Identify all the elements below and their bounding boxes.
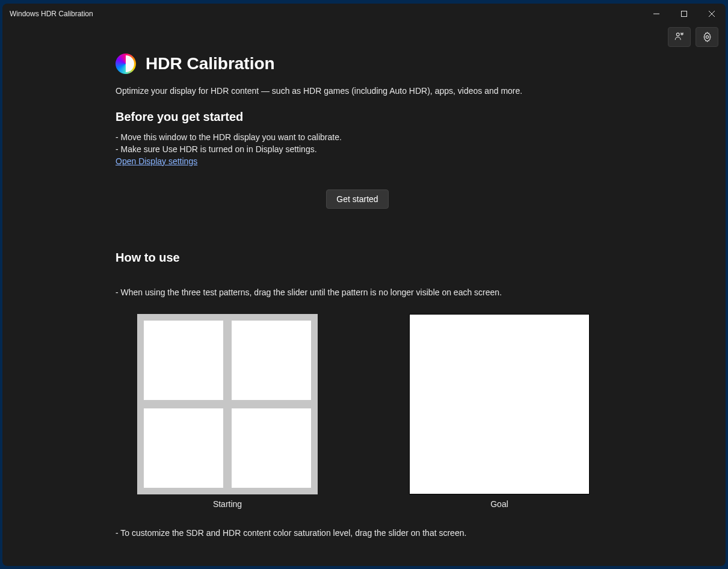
close-button[interactable] — [698, 4, 726, 23]
page-title: HDR Calibration — [146, 54, 275, 73]
cta-row: Get started — [2, 189, 712, 209]
open-display-settings-link[interactable]: Open Display settings — [116, 156, 197, 166]
minimize-button[interactable] — [643, 4, 670, 23]
get-started-button[interactable]: Get started — [326, 189, 388, 209]
app-window: Windows HDR Calibration — [2, 4, 726, 566]
spacer — [116, 539, 720, 566]
toolbar — [2, 23, 726, 50]
maximize-icon — [681, 11, 687, 17]
goal-pattern-image — [409, 314, 590, 494]
howto-instruction-2: - To customize the SDR and HDR content c… — [116, 527, 720, 539]
svg-rect-1 — [682, 11, 687, 16]
figures-row: Starting Goal — [137, 314, 720, 509]
feedback-button[interactable] — [668, 27, 691, 47]
figure-caption-goal: Goal — [490, 499, 508, 509]
before-item-1: - Make sure Use HDR is turned on in Disp… — [116, 143, 720, 155]
hdr-calibration-icon — [116, 54, 136, 74]
howto-instruction-1: - When using the three test patterns, dr… — [116, 288, 720, 297]
figure-caption-starting: Starting — [213, 499, 242, 509]
pattern-quad — [144, 408, 223, 488]
intro-text: Optimize your display for HDR content — … — [116, 86, 720, 96]
pattern-quad — [232, 408, 311, 488]
gear-icon — [702, 32, 712, 42]
before-item-0: - Move this window to the HDR display yo… — [116, 131, 720, 143]
window-title: Windows HDR Calibration — [10, 10, 93, 18]
page-header: HDR Calibration — [116, 54, 720, 74]
howto-heading: How to use — [116, 251, 720, 265]
main-content[interactable]: HDR Calibration Optimize your display fo… — [2, 50, 726, 566]
figure-starting: Starting — [137, 314, 318, 509]
settings-button[interactable] — [696, 27, 718, 47]
pattern-quad — [232, 321, 311, 400]
pattern-quad — [144, 321, 223, 400]
svg-point-4 — [676, 33, 679, 36]
goal-inner — [412, 317, 587, 491]
starting-pattern-image — [137, 314, 318, 494]
close-icon — [709, 11, 715, 17]
svg-point-5 — [706, 35, 708, 38]
maximize-button[interactable] — [670, 4, 698, 23]
feedback-icon — [674, 31, 685, 42]
before-list: - Move this window to the HDR display yo… — [116, 131, 720, 167]
figure-goal: Goal — [409, 314, 590, 509]
pattern-grid — [144, 321, 311, 488]
window-controls — [643, 4, 726, 23]
before-heading: Before you get started — [116, 110, 720, 124]
titlebar: Windows HDR Calibration — [2, 4, 726, 23]
content-wrap: HDR Calibration Optimize your display fo… — [2, 50, 726, 566]
minimize-icon — [653, 11, 659, 17]
